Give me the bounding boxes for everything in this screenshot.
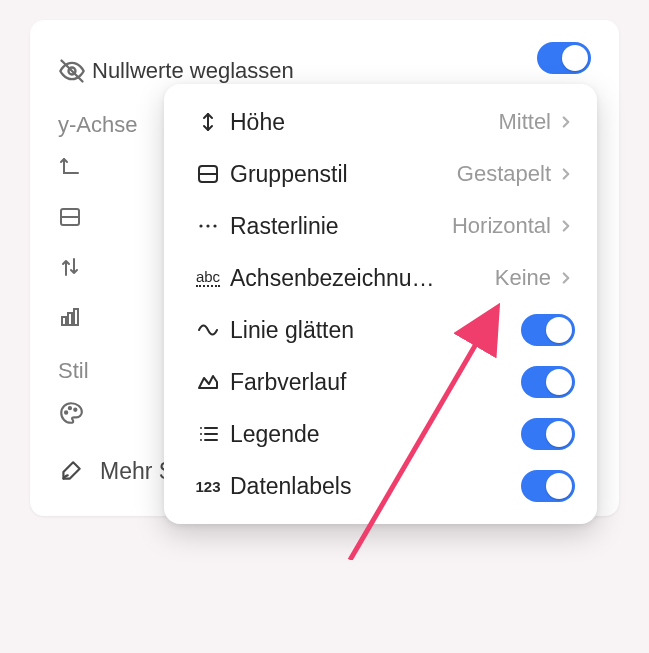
popover-item-value: Horizontal [452, 213, 551, 239]
popover-item-label: Datenlabels [230, 473, 521, 500]
split-horizontal-icon [186, 162, 230, 186]
popover-item-4[interactable]: Linie glätten [174, 304, 587, 356]
popover-item-6[interactable]: Legende [174, 408, 587, 460]
popover-item-7[interactable]: 123Datenlabels [174, 460, 587, 512]
svg-point-14 [213, 224, 216, 227]
svg-point-19 [200, 439, 202, 441]
svg-rect-6 [74, 309, 78, 325]
svg-rect-5 [68, 313, 72, 325]
popover-item-value: Keine [495, 265, 551, 291]
popover-item-label: Gruppenstil [230, 161, 457, 188]
svg-point-17 [200, 433, 202, 435]
popover-item-0[interactable]: HöheMittel [174, 96, 587, 148]
chevron-right-icon [557, 217, 575, 235]
bars-icon [58, 305, 92, 329]
svg-point-15 [200, 427, 202, 429]
svg-point-8 [69, 407, 71, 409]
omit-nulls-label: Nullwerte weglassen [92, 58, 294, 84]
split-icon [58, 205, 92, 229]
popover-item-toggle[interactable] [521, 470, 575, 502]
chevron-right-icon [557, 165, 575, 183]
popover-item-label: Linie glätten [230, 317, 521, 344]
palette-icon [58, 400, 92, 426]
popover-item-label: Höhe [230, 109, 498, 136]
popover-item-label: Legende [230, 421, 521, 448]
chevron-right-icon [557, 269, 575, 287]
wave-icon [186, 318, 230, 342]
svg-point-12 [199, 224, 202, 227]
svg-point-7 [65, 411, 67, 413]
chart-options-panel: Nullwerte weglassen y-Achse Stil Mehr St… [30, 20, 619, 516]
abc-icon: abc [186, 269, 230, 287]
area-icon [186, 370, 230, 394]
svg-point-13 [206, 224, 209, 227]
popover-item-2[interactable]: RasterlinieHorizontal [174, 200, 587, 252]
popover-item-label: Rasterlinie [230, 213, 452, 240]
axis-arrow-icon [58, 155, 92, 179]
eye-off-icon [58, 57, 92, 85]
list-icon [186, 422, 230, 446]
swap-vertical-icon [58, 255, 92, 279]
chevron-right-icon [557, 113, 575, 131]
brush-icon [58, 458, 84, 484]
popover-item-value: Mittel [498, 109, 551, 135]
popover-item-3[interactable]: abcAchsenbezeichnu…Keine [174, 252, 587, 304]
style-options-popover: HöheMittelGruppenstilGestapeltRasterlini… [164, 84, 597, 524]
arrows-vertical-icon [186, 110, 230, 134]
omit-nulls-toggle[interactable] [537, 42, 591, 74]
dots-icon [186, 214, 230, 238]
popover-item-toggle[interactable] [521, 314, 575, 346]
popover-item-label: Achsenbezeichnu… [230, 265, 495, 292]
popover-item-1[interactable]: GruppenstilGestapelt [174, 148, 587, 200]
svg-point-9 [74, 409, 76, 411]
123-icon: 123 [186, 479, 230, 494]
popover-item-value: Gestapelt [457, 161, 551, 187]
popover-item-toggle[interactable] [521, 418, 575, 450]
svg-rect-4 [62, 317, 66, 325]
popover-item-label: Farbverlauf [230, 369, 521, 396]
popover-item-toggle[interactable] [521, 366, 575, 398]
popover-item-5[interactable]: Farbverlauf [174, 356, 587, 408]
